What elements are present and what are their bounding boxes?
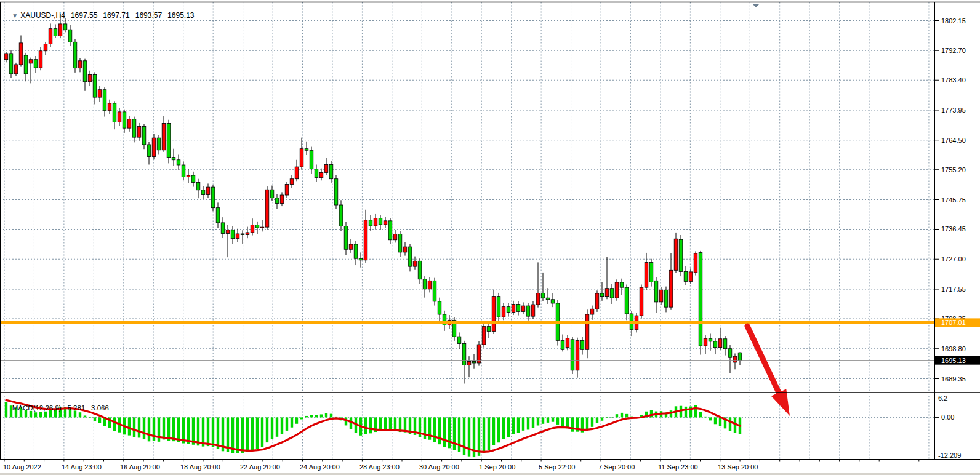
frame: [0, 0, 980, 475]
candle-body: [374, 218, 377, 226]
candle-body: [388, 221, 392, 240]
candle-body: [640, 287, 643, 316]
candle-body: [187, 175, 190, 177]
macd-histogram-bar: [497, 417, 500, 442]
candle-body: [625, 287, 629, 314]
macd-histogram-bar: [438, 417, 441, 444]
macd-histogram-bar: [601, 417, 603, 420]
macd-histogram-bar: [542, 417, 544, 423]
macd-histogram-bar: [532, 417, 534, 428]
candle-body: [98, 90, 102, 97]
macd-histogram-bar: [719, 417, 721, 426]
macd-histogram-bar: [443, 417, 446, 447]
candle-body: [275, 198, 279, 204]
candle-body: [295, 167, 299, 179]
macd-histogram-bar: [369, 417, 372, 433]
time-axis-label: 22 Aug 20:00: [240, 463, 280, 471]
candle-body: [78, 61, 82, 68]
chart-canvas[interactable]: 1802.151792.701783.401773.951764.501755.…: [0, 0, 980, 475]
macd-histogram-bar: [606, 417, 608, 418]
macd-histogram-bar: [138, 417, 140, 437]
time-axis-label: 28 Aug 23:00: [359, 463, 400, 471]
candle-body: [713, 341, 717, 348]
chevron-down-icon[interactable]: ▼: [12, 12, 18, 19]
macd-histogram-bar: [251, 417, 254, 450]
candle-body: [260, 227, 264, 228]
macd-histogram-bar: [128, 417, 131, 435]
candle-body: [472, 361, 476, 363]
candle-body: [255, 225, 259, 228]
candle-body: [704, 338, 707, 346]
candle-body: [694, 253, 697, 273]
candle-body: [689, 272, 693, 281]
candle-body: [137, 127, 141, 138]
candle-body: [438, 301, 441, 314]
candle-body: [206, 187, 210, 194]
price-axis-label: 1755.20: [941, 166, 966, 174]
candle-body: [196, 182, 200, 190]
time-axis-label: 7 Sep 20:00: [598, 463, 635, 471]
price-axis-label: 1736.45: [941, 225, 966, 233]
macd-histogram-bar: [148, 417, 150, 441]
candle-body: [172, 158, 175, 160]
price-axis-label: 1783.40: [941, 76, 966, 84]
candle-body: [310, 150, 313, 169]
macd-histogram-bar: [586, 417, 588, 429]
macd-histogram-bar: [281, 417, 283, 434]
time-axis-label: 10 Aug 2022: [3, 463, 41, 471]
candle-body: [664, 290, 668, 307]
macd-histogram-bar: [552, 417, 554, 421]
candle-body: [605, 289, 609, 297]
candle-body: [512, 305, 515, 313]
trend-arrow-head[interactable]: [771, 389, 790, 416]
candle-body: [413, 261, 417, 266]
macd-histogram-bar: [478, 417, 480, 455]
macd-signal-line: [6, 400, 740, 452]
macd-histogram-bar: [153, 417, 155, 441]
trading-chart-window: 1802.151792.701783.401773.951764.501755.…: [0, 0, 980, 475]
candle-body: [122, 112, 126, 128]
chart-shift-marker-icon[interactable]: [752, 4, 760, 7]
candle-body: [113, 103, 116, 122]
macd-histogram-bar: [512, 417, 515, 434]
macd-histogram-bar: [680, 406, 682, 418]
candle-body: [68, 30, 72, 42]
candle-body: [147, 145, 151, 157]
candle-body: [167, 123, 171, 157]
macd-histogram-bar: [271, 417, 273, 439]
macd-histogram-bar: [483, 417, 485, 453]
price-axis-label: 1717.55: [941, 285, 966, 293]
candle-body: [615, 282, 619, 298]
macd-histogram-bar: [463, 417, 465, 455]
macd-histogram-bar: [704, 417, 707, 418]
candle-body: [201, 190, 205, 195]
candle-body: [738, 353, 742, 360]
candle-body: [595, 293, 599, 309]
candle-body: [590, 309, 594, 314]
candle-body: [182, 165, 185, 177]
macd-histogram-bar: [212, 417, 214, 447]
candle-body: [344, 226, 348, 250]
candle-body: [54, 29, 57, 36]
candle-body: [265, 190, 269, 227]
macd-histogram-bar: [389, 417, 392, 431]
macd-name: MACD(12,26,9): [12, 404, 62, 412]
candle-body: [280, 195, 284, 203]
candle-body: [580, 340, 584, 349]
candle-body: [728, 349, 732, 357]
time-axis-label: 18 Aug 20:00: [180, 463, 220, 471]
macd-histogram-bar: [502, 417, 505, 439]
trend-arrow-shaft[interactable]: [747, 326, 781, 396]
price-axis-label: 1802.15: [941, 17, 966, 25]
candle-body: [546, 298, 550, 300]
candle-body: [324, 164, 328, 172]
candle-body: [39, 51, 42, 68]
quote-header: ▼XAUUSD-,H41697.551697.711693.571695.13: [4, 2, 200, 28]
candle-body: [718, 339, 722, 348]
macd-histogram-bar: [364, 417, 367, 434]
macd-histogram-bar: [236, 417, 239, 453]
macd-histogram-bar: [714, 417, 717, 424]
macd-histogram-bar: [246, 417, 249, 452]
macd-histogram-bar: [207, 417, 209, 446]
price-axis-label: 1689.35: [941, 375, 966, 383]
